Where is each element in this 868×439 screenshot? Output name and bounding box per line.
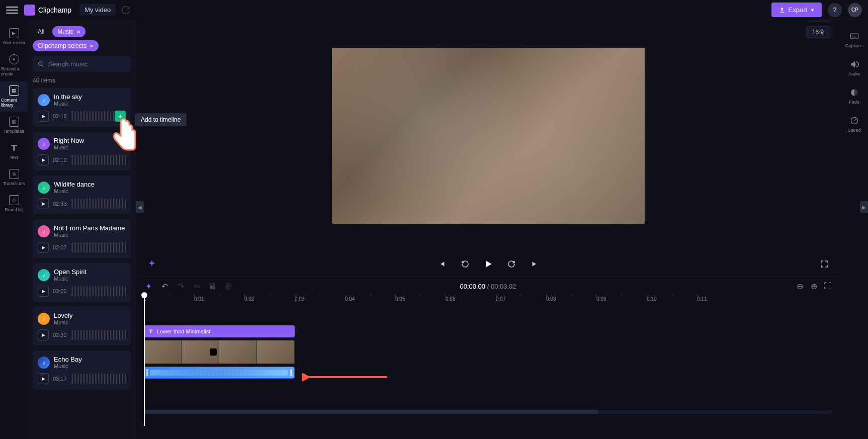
preview-play-button[interactable]: ▶ [38,198,49,209]
ruler-tick: 0:07 [496,296,505,302]
nav-record-create[interactable]: ●Record & create [0,50,28,80]
timeline-ruler[interactable]: 00:010:020:030:040:050:060:070:080:090:1… [136,295,840,305]
add-media-button[interactable]: ✦ [144,282,153,291]
zoom-out-button[interactable]: ⊖ [795,282,804,291]
nav-transitions[interactable]: ⧉Transitions [0,165,28,190]
delete-button[interactable]: 🗑 [208,282,217,291]
captions-tab[interactable]: CCCaptions [840,26,868,53]
music-note-icon: ♪ [38,313,50,325]
ruler-tick: 0:01 [194,296,204,302]
video-thumbnail [144,340,182,364]
track-title: Right Now [54,137,84,144]
speed-tab[interactable]: Speed [840,111,868,138]
audio-clip[interactable] [144,367,295,379]
timeline-scrollbar[interactable] [144,410,832,414]
skip-back-button[interactable] [436,258,448,270]
close-icon[interactable]: ✕ [90,43,94,49]
track-subtitle: Music [54,144,84,150]
track-duration: 02:07 [53,244,67,250]
fade-tab[interactable]: Fade [840,82,868,110]
ruler-tick: 0:02 [244,296,254,302]
nav-content-library[interactable]: ▤Content library [0,81,28,112]
svg-point-0 [39,62,42,65]
preview-play-button[interactable]: ▶ [38,242,49,253]
forward-button[interactable] [505,258,517,270]
music-track-card[interactable]: ♪ Echo BayMusic ▶ 03:17 [33,350,131,389]
music-track-card[interactable]: ♪ Wildlife danceMusic ▶ 02:33 [33,175,131,214]
track-subtitle: Music [54,276,86,282]
track-waveform [71,242,126,252]
duplicate-button[interactable]: ⎘ [224,282,233,291]
split-button[interactable]: ✂ [192,282,201,291]
scrollbar-thumb[interactable] [144,410,598,414]
text-clip[interactable]: Lower third Minimalist [144,325,295,337]
search-box[interactable] [33,56,131,72]
upload-icon [778,7,786,14]
aspect-ratio-button[interactable]: 16:9 [806,26,830,38]
track-title: Wildlife dance [54,181,95,188]
rewind-button[interactable] [459,258,471,270]
video-preview[interactable] [332,48,645,224]
ruler-tick: 0:10 [647,296,656,302]
track-duration: 02:10 [53,157,67,163]
chip-music[interactable]: Music✕ [52,26,85,37]
track-duration: 02:30 [53,332,67,338]
playback-controls [136,251,840,277]
collapse-right-panel-button[interactable]: ▶ [860,201,868,213]
help-button[interactable]: ? [828,3,842,17]
chip-all[interactable]: All [33,26,49,37]
skip-forward-button[interactable] [529,258,541,270]
menu-button[interactable] [6,4,18,16]
nav-text[interactable]: Text [0,139,28,164]
search-input[interactable] [48,60,126,68]
redo-button[interactable]: ↷ [176,282,185,291]
music-track-card[interactable]: ♪ Not From Paris MadameMusic ▶ 02:07 [33,219,131,258]
audio-tab[interactable]: Audio [840,54,868,81]
audio-waveform [150,370,288,376]
play-button[interactable] [482,258,494,270]
export-button[interactable]: Export ▼ [771,3,822,17]
ruler-tick: 0:09 [596,296,606,302]
clip-handle-right[interactable] [290,369,292,376]
clipchamp-logo [24,5,35,16]
nav-templates[interactable]: ▦Templates [0,113,28,138]
zoom-in-button[interactable]: ⊕ [809,282,818,291]
media-panel: All Music✕ Clipchamp selects✕ 40 items ♪… [28,20,136,439]
preview-play-button[interactable]: ▶ [38,111,49,122]
fit-zoom-button[interactable]: ⛶ [823,282,832,291]
left-sidebar: ▶Your media ●Record & create ▤Content li… [0,20,28,439]
add-to-timeline-tooltip: Add to timeline [135,113,187,126]
media-icon: ▶ [9,28,19,38]
music-track-card[interactable]: ♪ LovelyMusic ▶ 02:30 [33,307,131,345]
fullscreen-button[interactable] [818,258,830,270]
playhead[interactable] [144,295,145,426]
collapse-panel-button[interactable]: ◀ [136,201,144,213]
project-name[interactable]: My video [79,4,116,16]
preview-play-button[interactable]: ▶ [38,154,49,165]
preview-play-button[interactable]: ▶ [38,286,49,297]
magic-tools-button[interactable] [146,258,158,270]
chip-clipchamp-selects[interactable]: Clipchamp selects✕ [33,40,99,51]
timeline-expand-button[interactable]: ⌄ [808,20,830,22]
track-title: Not From Paris Madame [54,224,125,232]
svg-text:CC: CC [852,35,856,38]
user-avatar[interactable]: CP [848,3,862,17]
video-thumbnail [219,340,257,364]
video-clip[interactable] [144,340,295,364]
music-track-card[interactable]: ♪ Open SpiritMusic ▶ 03:00 [33,263,131,302]
preview-play-button[interactable]: ▶ [38,373,49,384]
search-icon [38,61,44,68]
record-icon: ● [9,54,19,64]
undo-button[interactable]: ↶ [160,282,169,291]
track-duration: 03:17 [53,376,67,382]
clip-handle-left[interactable] [146,369,148,376]
nav-your-media[interactable]: ▶Your media [0,24,28,49]
preview-play-button[interactable]: ▶ [38,329,49,340]
captions-icon: CC [849,31,859,41]
track-title: Open Spirit [54,268,86,276]
nav-brand-kit[interactable]: ◇Brand kit [0,191,28,216]
svg-line-7 [854,119,856,121]
close-icon[interactable]: ✕ [76,29,80,35]
text-icon [148,328,154,334]
track-waveform [71,374,126,384]
